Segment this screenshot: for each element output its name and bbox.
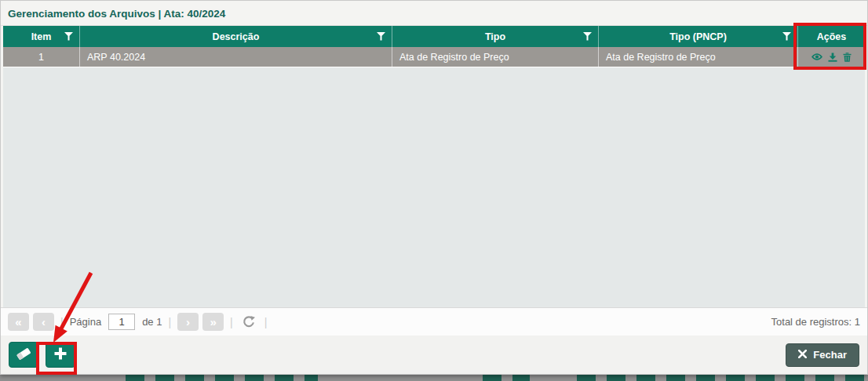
files-table: Item Descrição Tipo bbox=[3, 26, 865, 307]
close-button-label: Fechar bbox=[813, 349, 847, 361]
eraser-icon bbox=[15, 346, 32, 364]
background-toolbar-fragment bbox=[577, 375, 868, 381]
download-icon[interactable] bbox=[828, 53, 837, 62]
filter-funnel-icon[interactable] bbox=[583, 32, 592, 43]
cell-item: 1 bbox=[3, 47, 79, 67]
pagination-bar: « ‹ | Página de 1 | › » | | Total de reg… bbox=[1, 307, 867, 336]
separator: | bbox=[264, 316, 268, 328]
first-page-button[interactable]: « bbox=[8, 313, 29, 331]
column-header-tipo-pncp[interactable]: Tipo (PNCP) bbox=[598, 26, 797, 47]
column-header-label: Tipo bbox=[485, 31, 505, 42]
file-management-dialog: Gerenciamento dos Arquivos | Ata: 40/202… bbox=[0, 0, 868, 375]
filter-funnel-icon[interactable] bbox=[64, 32, 73, 43]
dialog-footer: Fechar bbox=[1, 336, 867, 374]
total-records-label: Total de registros: 1 bbox=[771, 316, 860, 328]
column-header-label: Item bbox=[31, 31, 52, 42]
column-header-label: Ações bbox=[817, 31, 847, 42]
screen: Gerenciamento dos Arquivos | Ata: 40/202… bbox=[0, 0, 868, 381]
view-icon[interactable] bbox=[811, 53, 822, 61]
close-button[interactable]: Fechar bbox=[786, 343, 859, 367]
column-header-label: Tipo (PNCP) bbox=[669, 31, 727, 42]
background-toolbar-fragment bbox=[126, 375, 318, 381]
background-page-strip bbox=[0, 374, 868, 381]
table-empty-area bbox=[3, 67, 865, 307]
separator: | bbox=[60, 316, 64, 328]
cell-actions bbox=[797, 47, 865, 67]
previous-page-button[interactable]: ‹ bbox=[33, 313, 54, 331]
plus-icon bbox=[53, 347, 67, 363]
dialog-title: Gerenciamento dos Arquivos | Ata: 40/202… bbox=[1, 1, 867, 26]
clear-button[interactable] bbox=[9, 342, 38, 368]
page-input[interactable] bbox=[108, 314, 135, 330]
filter-funnel-icon[interactable] bbox=[377, 32, 385, 43]
page-label: Página bbox=[70, 316, 101, 328]
column-header-tipo[interactable]: Tipo bbox=[392, 26, 598, 47]
column-header-item[interactable]: Item bbox=[3, 26, 79, 47]
cell-tipo: Ata de Registro de Preço bbox=[392, 47, 598, 67]
cell-descricao: ARP 40.2024 bbox=[79, 47, 392, 67]
column-header-descricao[interactable]: Descrição bbox=[79, 26, 392, 47]
table-row[interactable]: 1 ARP 40.2024 Ata de Registro de Preço A… bbox=[3, 47, 865, 67]
separator: | bbox=[168, 316, 171, 328]
next-page-button[interactable]: › bbox=[177, 313, 199, 331]
table-header-row: Item Descrição Tipo bbox=[3, 26, 865, 47]
refresh-icon[interactable] bbox=[239, 313, 258, 331]
cell-tipo-pncp: Ata de Registro de Preço bbox=[598, 47, 797, 67]
page-count-label: de 1 bbox=[142, 316, 162, 328]
x-icon bbox=[798, 349, 807, 361]
delete-icon[interactable] bbox=[843, 53, 852, 62]
separator: | bbox=[230, 316, 233, 328]
column-header-label: Descrição bbox=[213, 31, 260, 42]
background-toolbar-fragment bbox=[483, 375, 530, 381]
last-page-button[interactable]: » bbox=[202, 313, 224, 331]
filter-funnel-icon[interactable] bbox=[782, 32, 791, 43]
column-header-acoes: Ações bbox=[797, 26, 865, 47]
add-file-button[interactable] bbox=[46, 342, 75, 368]
